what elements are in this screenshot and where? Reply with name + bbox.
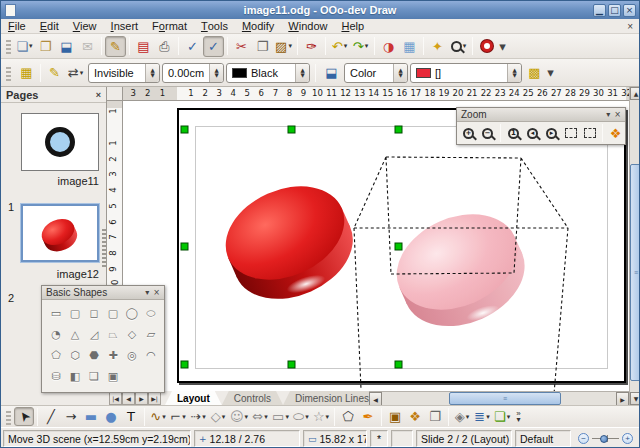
shape-right-triangle[interactable]: ◿ — [85, 326, 103, 343]
shape-block-arc[interactable]: ◠ — [142, 347, 160, 364]
vertical-scrollbar[interactable]: ▲ ≡ ▼ — [629, 87, 640, 405]
tab-dimension-lines[interactable]: Dimension Lines — [283, 391, 381, 405]
basic-shapes-dropdown[interactable]: ▾ — [222, 413, 226, 421]
clone-button[interactable]: ❐ — [425, 407, 445, 426]
edit-file-button[interactable]: ✎ — [105, 36, 126, 57]
rectangle-button[interactable]: ▬ — [81, 407, 101, 426]
line-ends-arrow-button[interactable]: → — [61, 407, 81, 426]
effects-button[interactable]: ◈▾ — [452, 407, 472, 426]
zoom-toolbar-menu-icon[interactable]: ▾ — [606, 110, 610, 119]
shadow-button[interactable]: ▩ — [524, 62, 545, 83]
zoom-in-button[interactable]: + — [459, 124, 478, 143]
shape-circle[interactable]: ◯ — [123, 305, 141, 322]
shape-cube[interactable]: ◧ — [66, 368, 84, 385]
zoom-next-button[interactable]: ▸ — [542, 124, 561, 143]
alignment-dropdown[interactable]: ▾ — [486, 413, 490, 421]
lines-and-arrows-button[interactable]: ⇢▾ — [188, 407, 208, 426]
copy-button[interactable]: ❐ — [252, 36, 273, 57]
tab-layout[interactable]: Layout — [165, 391, 222, 405]
zoom-100-button[interactable]: 1 — [504, 124, 523, 143]
shape-square[interactable]: ◻ — [85, 305, 103, 322]
shape-octagon[interactable]: ⬣ — [85, 347, 103, 364]
last-page-button[interactable]: ▶| — [148, 392, 161, 405]
document-close-button[interactable]: × — [627, 21, 633, 32]
shape-frame[interactable]: ▣ — [104, 368, 122, 385]
flowchart-dropdown[interactable]: ▾ — [285, 413, 289, 421]
paste-dropdown[interactable]: ▾ — [288, 42, 292, 50]
line-dialog-button[interactable]: ✎ — [44, 62, 65, 83]
fill-dialog-button[interactable]: ⬓ — [321, 62, 342, 83]
pages-splitter[interactable] — [102, 227, 106, 267]
menu-edit[interactable]: Edit — [33, 19, 66, 33]
gallery-button[interactable]: ❖ — [405, 407, 425, 426]
open-button[interactable]: ❐ — [35, 36, 56, 57]
chart-button[interactable]: ◑ — [378, 36, 399, 57]
symbol-shapes-dropdown[interactable]: ▾ — [245, 413, 249, 421]
clone-formatting-button[interactable]: ✑ — [301, 36, 322, 57]
shape-hexagon[interactable]: ⬡ — [66, 347, 84, 364]
arrow-style-button[interactable]: ⇄▾ — [65, 62, 86, 83]
shape-regular-pentagon[interactable]: ⬠ — [47, 347, 65, 364]
curve-button[interactable]: ∿▾ — [148, 407, 168, 426]
connector-dropdown[interactable]: ▾ — [182, 413, 186, 421]
zoom-in-button[interactable]: + — [622, 433, 633, 444]
pages-close-icon[interactable]: × — [96, 90, 101, 100]
shape-circle-pie[interactable]: ◔ — [47, 326, 65, 343]
drawing-toolbar-overflow[interactable]: »▾ — [516, 411, 520, 423]
new-document-button[interactable]: ❏▾ — [14, 36, 35, 57]
menu-view[interactable]: View — [66, 19, 104, 33]
paste-button[interactable]: ▨▾ — [273, 36, 294, 57]
status-slide-cell[interactable]: Slide 2 / 2 (Layout) — [416, 430, 512, 447]
page-thumbnail-1[interactable] — [21, 113, 99, 171]
alignment-button[interactable]: ≣▾ — [472, 407, 492, 426]
points-button[interactable]: ⬠ — [338, 407, 358, 426]
arrow-style-dropdown[interactable]: ▾ — [80, 69, 84, 77]
from-file-button[interactable]: ▣ — [385, 407, 405, 426]
shape-ellipse[interactable]: ⬭ — [142, 305, 160, 322]
zoom-dropdown[interactable]: ▾ — [463, 42, 467, 50]
previous-page-button[interactable]: ◀ — [122, 392, 135, 405]
toolbar-grip[interactable] — [6, 38, 11, 54]
menu-window[interactable]: Window — [281, 19, 334, 33]
flowchart-button[interactable]: ▭▾ — [270, 407, 291, 426]
gallery-button[interactable]: ▦ — [399, 36, 420, 57]
fill-type-combo[interactable]: Color ▲▼ — [344, 63, 408, 83]
shift-button[interactable]: ❖ — [606, 124, 625, 143]
redo-button[interactable]: ↷▾ — [350, 36, 371, 57]
page-thumbnail-2[interactable] — [21, 204, 99, 262]
lines-and-arrows-dropdown[interactable]: ▾ — [202, 413, 206, 421]
new-document-dropdown[interactable]: ▾ — [29, 42, 33, 50]
basic-shapes-menu-icon[interactable]: ▾ — [145, 288, 149, 297]
zoom-slider-thumb[interactable] — [600, 435, 608, 443]
styles-window-button[interactable]: ▦ — [16, 62, 37, 83]
zoom-page-width-button[interactable] — [580, 124, 599, 143]
horizontal-ruler[interactable]: 1234123456789101112131415161718192021222… — [123, 87, 629, 101]
zoom-out-button[interactable]: − — [478, 124, 497, 143]
toolbar-grip[interactable] — [6, 409, 11, 425]
shape-trapezoid[interactable]: ⏢ — [104, 326, 122, 343]
arrange-button[interactable]: ❏▾ — [492, 407, 512, 426]
menu-file[interactable]: File — [1, 19, 33, 33]
toolbar-grip[interactable] — [6, 65, 11, 81]
vertical-scroll-thumb[interactable]: ≡ — [630, 164, 640, 381]
selection-handle[interactable] — [181, 243, 188, 250]
text-button[interactable]: T — [121, 407, 141, 426]
line-width-stepper[interactable]: ▲▼ — [209, 64, 223, 82]
selection-handle[interactable] — [288, 361, 295, 368]
selection-handle[interactable] — [181, 126, 188, 133]
callouts-dropdown[interactable]: ▾ — [305, 413, 309, 421]
shape-ring[interactable]: ◎ — [123, 347, 141, 364]
zoom-previous-button[interactable]: ◂ — [523, 124, 542, 143]
maximize-button[interactable]: □ — [608, 4, 621, 17]
selection-handle[interactable] — [395, 126, 402, 133]
selection-handle[interactable] — [288, 126, 295, 133]
shape-cross[interactable]: ✚ — [104, 347, 122, 364]
auto-spellcheck-button[interactable]: ✓ — [203, 36, 224, 57]
tab-controls[interactable]: Controls — [222, 391, 283, 405]
basic-shapes-button[interactable]: ◇▾ — [208, 407, 228, 426]
shape-rounded-square[interactable]: ▢ — [104, 305, 122, 322]
line-width-spinbox[interactable]: 0.00cm ▲▼ — [162, 63, 224, 83]
shape-cylinder[interactable]: ⛁ — [47, 368, 65, 385]
cut-button[interactable]: ✂ — [231, 36, 252, 57]
effects-dropdown[interactable]: ▾ — [466, 413, 470, 421]
